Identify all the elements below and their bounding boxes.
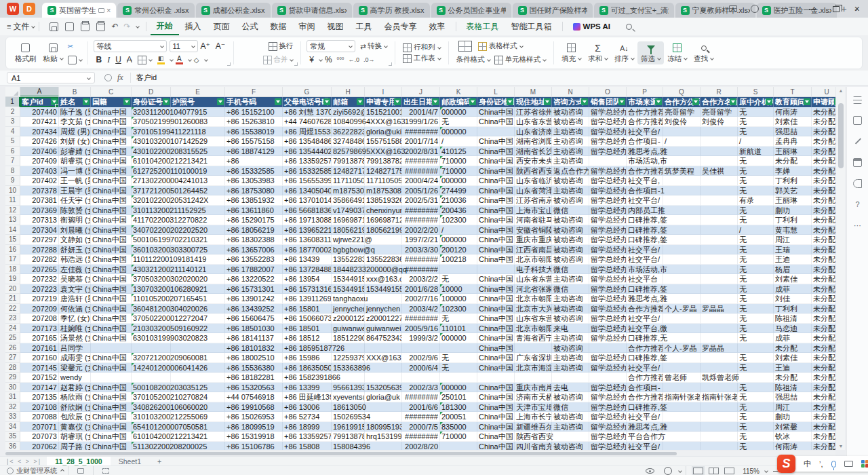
increase-font-icon[interactable]: A⁺ — [198, 41, 213, 51]
cell[interactable]: 山东省东营 — [515, 274, 552, 284]
cell[interactable]: +86 13439 — [283, 254, 332, 265]
document-tab[interactable]: S英国留学生× — [42, 3, 116, 18]
cell[interactable] — [701, 333, 738, 343]
cell[interactable]: 207378 — [20, 186, 59, 196]
cell[interactable]: 刘紫馨 — [774, 422, 812, 432]
print-preview-icon[interactable] — [96, 22, 105, 31]
cell[interactable]: 430321200211140121 — [132, 265, 171, 275]
cell[interactable]: 2002/8/31 — [402, 147, 440, 157]
cell-style-button[interactable]: 单元格样式 — [492, 54, 549, 65]
cell[interactable]: +86 13548486689 — [283, 136, 332, 147]
cell[interactable]: 主动咨询 — [552, 136, 589, 147]
cell[interactable]: 无 — [738, 274, 774, 284]
cell[interactable]: 无 — [738, 294, 774, 304]
bold-button[interactable]: B — [94, 55, 105, 64]
font-color-button[interactable]: A — [173, 56, 186, 64]
cell[interactable]: China中国 — [477, 284, 515, 294]
cell[interactable]: 117110505 — [365, 176, 402, 186]
cell[interactable]: 杨眉 — [774, 265, 812, 275]
cell[interactable]: +86 15263810 — [225, 117, 283, 127]
cell[interactable]: 平台合作方 — [627, 432, 663, 442]
increase-decimal-icon[interactable]: ←.0 — [346, 56, 361, 63]
cell[interactable] — [701, 402, 738, 413]
cell[interactable]: China中国 — [91, 254, 132, 265]
strikethrough-button[interactable]: A — [124, 55, 135, 64]
horizontal-scrollbar[interactable] — [5, 451, 835, 456]
cell[interactable] — [663, 235, 701, 245]
cell[interactable]: 主动咨询 — [552, 363, 589, 373]
outline-icon[interactable] — [102, 468, 109, 474]
cell[interactable] — [701, 176, 738, 186]
cell[interactable]: 327484864 — [332, 136, 365, 147]
save-icon[interactable] — [50, 22, 58, 31]
cell[interactable]: 合作项目- — [627, 383, 663, 393]
cell[interactable]: 电子科技大 — [515, 265, 552, 275]
cell[interactable]: 合作项目-1 — [627, 186, 663, 196]
cell[interactable]: 500108200203035125 — [132, 383, 171, 393]
cell[interactable]: 留学总经办 — [589, 206, 627, 216]
cell[interactable]: China中国 — [91, 147, 132, 157]
cell[interactable]: China中国 — [477, 107, 515, 117]
menu-tab-数据[interactable]: 数据 — [264, 18, 293, 35]
cell[interactable]: 无 — [738, 215, 774, 225]
cell[interactable]: 合作方推荐 — [627, 373, 663, 383]
cell[interactable]: 124827175 — [365, 166, 402, 176]
cell[interactable]: 207406 — [20, 147, 59, 157]
cell[interactable]: +86 1360831127 — [283, 235, 332, 245]
cell[interactable] — [701, 284, 738, 294]
cell[interactable]: 陕西省西安 — [515, 432, 552, 442]
cell[interactable]: 610104200212213421 — [132, 156, 171, 166]
cell[interactable]: 何雨涛 — [774, 107, 812, 117]
cell[interactable]: 胡睿琪 (女) — [59, 432, 91, 442]
cell[interactable]: v17490376 — [332, 206, 365, 216]
cell[interactable]: 罗晶晶 — [701, 304, 738, 314]
column-header-K[interactable]: K — [440, 87, 477, 97]
cell[interactable]: 何雨涛 — [774, 442, 812, 451]
cell[interactable]: / — [663, 136, 701, 147]
cell[interactable]: +86 15106786 — [225, 442, 283, 451]
cell[interactable]: +86 15731301 — [225, 284, 283, 294]
cell[interactable]: China中国 — [91, 235, 132, 245]
row-number[interactable]: 31 — [5, 392, 20, 402]
cell[interactable]: 湖南省浏阳 — [515, 136, 552, 147]
borders-button[interactable] — [135, 56, 155, 64]
filter-dropdown-icon[interactable] — [323, 98, 330, 105]
cell[interactable]: 留学总经办 — [589, 186, 627, 196]
cell[interactable]: 济南市天桥 — [515, 392, 552, 402]
copy-button[interactable] — [68, 53, 82, 66]
cell[interactable]: 未分配 — [812, 156, 835, 166]
cell[interactable]: China中国 — [477, 392, 515, 402]
filter-button[interactable]: 筛选 — [637, 41, 664, 64]
filter-dropdown-icon[interactable] — [730, 98, 736, 105]
cell[interactable]: 207288 — [20, 245, 59, 255]
cell[interactable]: 无 — [738, 402, 774, 413]
cell[interactable] — [365, 442, 402, 451]
cell[interactable]: 被动咨询 — [552, 314, 589, 324]
center-target-icon[interactable] — [664, 467, 672, 475]
menu-tab-会员专享[interactable]: 会员专享 — [378, 18, 423, 35]
cell[interactable]: 周子路 (女) — [59, 442, 91, 451]
cell[interactable]: +86 1396522190 — [283, 225, 332, 235]
cell[interactable]: 留学总经办 — [589, 127, 627, 137]
cell[interactable]: China中国 — [91, 176, 132, 186]
cell[interactable]: 无 — [738, 383, 774, 393]
filter-dropdown-icon[interactable] — [618, 98, 625, 105]
row-number[interactable]: 9 — [5, 176, 20, 186]
cell[interactable]: 留学总经办 — [589, 392, 627, 402]
cell[interactable]: +86 18635050 — [283, 363, 332, 373]
filter-dropdown-icon[interactable] — [581, 98, 588, 105]
header-cell[interactable]: 咨询方式 — [552, 97, 589, 107]
search-icon[interactable] — [626, 24, 632, 30]
cell[interactable]: China中国 — [91, 402, 132, 413]
row-number[interactable]: 8 — [5, 166, 20, 176]
cell[interactable]: 未分配 — [812, 324, 835, 334]
cell[interactable] — [663, 156, 701, 166]
cell[interactable]: +86 1370101409 — [283, 195, 332, 206]
cell[interactable]: 未分配 — [812, 284, 835, 294]
cell[interactable]: 个人-罗晶 — [663, 304, 701, 314]
cell[interactable] — [701, 156, 738, 166]
cell[interactable]: 留学总经办 — [589, 225, 627, 235]
cell[interactable] — [515, 373, 552, 383]
cell[interactable]: 无 — [738, 107, 774, 117]
cell[interactable]: gloria@uki — [365, 127, 402, 137]
